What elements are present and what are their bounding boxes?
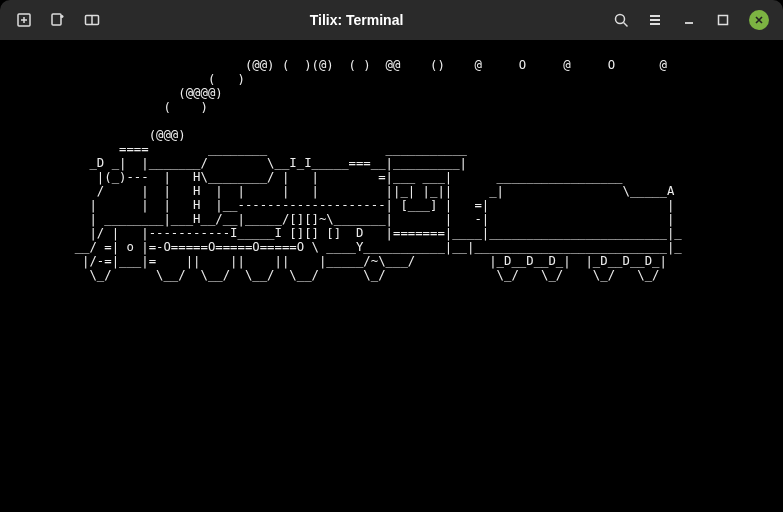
new-session-icon[interactable] [50, 12, 66, 28]
terminal-body[interactable]: (@@) ( )(@) ( ) @@ () @ O @ O @ ( ) (@@@… [0, 40, 783, 512]
split-icon[interactable] [84, 12, 100, 28]
add-tab-icon[interactable] [16, 12, 32, 28]
close-icon[interactable] [749, 10, 769, 30]
svg-rect-4 [719, 16, 728, 25]
window-title: Tilix: Terminal [100, 12, 613, 28]
app-window: Tilix: Terminal [0, 0, 783, 512]
svg-point-3 [616, 15, 625, 24]
titlebar: Tilix: Terminal [0, 0, 783, 40]
titlebar-left [10, 12, 100, 28]
menu-icon[interactable] [647, 12, 663, 28]
maximize-icon[interactable] [715, 12, 731, 28]
minimize-icon[interactable] [681, 12, 697, 28]
svg-rect-1 [52, 14, 61, 25]
titlebar-right [613, 10, 773, 30]
search-icon[interactable] [613, 12, 629, 28]
ascii-art-output: (@@) ( )(@) ( ) @@ () @ O @ O @ ( ) (@@@… [8, 58, 775, 282]
